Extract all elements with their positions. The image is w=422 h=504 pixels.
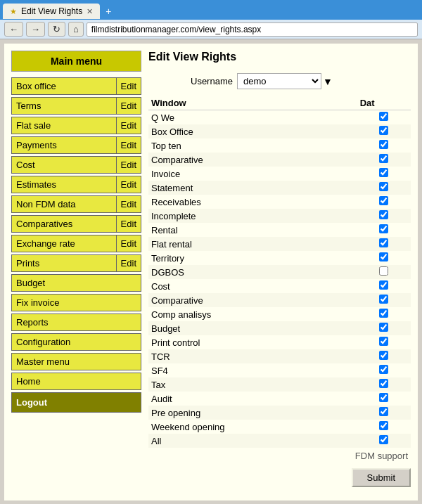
- window-checkbox[interactable]: [379, 295, 388, 304]
- refresh-button[interactable]: ↻: [48, 22, 65, 37]
- tab-close-icon[interactable]: ✕: [87, 7, 93, 16]
- sidebar-item-edit-btn[interactable]: Edit: [117, 136, 141, 154]
- window-name: Rental: [148, 223, 357, 237]
- window-checkbox-cell: [357, 209, 411, 223]
- sidebar-item-label[interactable]: Flat sale: [11, 117, 117, 134]
- sidebar-item-edit-btn[interactable]: Edit: [117, 97, 141, 115]
- submit-row: Submit: [148, 468, 411, 487]
- page-title: Edit View Rights: [148, 51, 411, 63]
- sidebar-item-label[interactable]: Non FDM data: [11, 195, 117, 213]
- window-checkbox[interactable]: [379, 224, 388, 233]
- browser-tab[interactable]: ★ Edit View Rights ✕: [3, 4, 100, 19]
- window-checkbox[interactable]: [379, 210, 388, 219]
- window-checkbox-cell: [357, 363, 411, 377]
- sidebar-item-label[interactable]: Terms: [11, 97, 117, 115]
- submit-button[interactable]: Submit: [352, 468, 411, 487]
- sidebar-item-budget[interactable]: Budget: [11, 274, 141, 292]
- window-checkbox[interactable]: [379, 379, 388, 388]
- window-checkbox[interactable]: [379, 351, 388, 360]
- window-name: Print control: [148, 335, 357, 349]
- window-name: Top ten: [148, 138, 357, 153]
- window-checkbox[interactable]: [379, 154, 388, 163]
- fdm-support-label: FDM support: [148, 451, 411, 461]
- sidebar-item-reports[interactable]: Reports: [11, 314, 141, 331]
- home-button[interactable]: ⌂: [68, 22, 84, 37]
- sidebar-item-configuration[interactable]: Configuration: [11, 333, 141, 351]
- window-checkbox[interactable]: [379, 126, 388, 135]
- table-row: Invoice: [148, 167, 411, 181]
- window-checkbox[interactable]: [379, 435, 388, 444]
- window-checkbox[interactable]: [379, 280, 388, 290]
- table-row: TCR: [148, 349, 411, 363]
- main-content: Edit View Rights Username demo ▼ Window …: [148, 51, 411, 487]
- sidebar-item-edit-btn[interactable]: Edit: [117, 254, 141, 272]
- window-name: Cost: [148, 279, 357, 293]
- window-name: TCR: [148, 349, 357, 363]
- select-arrow-icon: ▼: [323, 76, 333, 87]
- window-checkbox[interactable]: [379, 252, 388, 261]
- sidebar-item-edit-btn[interactable]: Edit: [117, 176, 141, 193]
- sidebar-item-edit-btn[interactable]: Edit: [117, 195, 141, 213]
- window-name: Budget: [148, 321, 357, 335]
- sidebar-item-edit-btn[interactable]: Edit: [117, 235, 141, 252]
- sidebar-item-edit-btn[interactable]: Edit: [117, 117, 141, 134]
- window-name: Comparative: [148, 153, 357, 167]
- sidebar-item-terms: TermsEdit: [11, 97, 141, 115]
- table-row: Audit: [148, 392, 411, 406]
- sidebar-item-label[interactable]: Estimates: [11, 176, 117, 193]
- col-window-header: Window: [148, 96, 357, 110]
- sidebar-edit-items: Box officeEditTermsEditFlat saleEditPaym…: [11, 77, 141, 272]
- forward-button[interactable]: →: [26, 22, 45, 37]
- window-name: Q We: [148, 110, 357, 125]
- window-checkbox-cell: [357, 181, 411, 195]
- window-checkbox[interactable]: [379, 196, 388, 205]
- window-checkbox[interactable]: [379, 168, 388, 177]
- window-checkbox-cell: [357, 167, 411, 181]
- window-checkbox-cell: [357, 377, 411, 392]
- sidebar-item-fix-invoice[interactable]: Fix invoice: [11, 294, 141, 311]
- sidebar-item-edit-btn[interactable]: Edit: [117, 156, 141, 174]
- sidebar-item-home[interactable]: Home: [11, 373, 141, 390]
- sidebar-item-edit-btn[interactable]: Edit: [117, 215, 141, 233]
- window-name: Audit: [148, 392, 357, 406]
- table-row: Box Office: [148, 124, 411, 138]
- window-checkbox[interactable]: [379, 365, 388, 374]
- table-row: Comparative: [148, 293, 411, 307]
- sidebar-item-label[interactable]: Cost: [11, 156, 117, 174]
- window-checkbox[interactable]: [379, 238, 388, 247]
- sidebar-item-label[interactable]: Box office: [11, 77, 117, 95]
- window-checkbox[interactable]: [379, 309, 388, 318]
- sidebar-item-label[interactable]: Exchange rate: [11, 235, 117, 252]
- username-select[interactable]: demo: [237, 73, 321, 89]
- sidebar-item-label[interactable]: Comparatives: [11, 215, 117, 233]
- window-checkbox[interactable]: [379, 407, 388, 416]
- sidebar-item-box-office: Box officeEdit: [11, 77, 141, 95]
- back-button[interactable]: ←: [4, 22, 23, 37]
- sidebar-item-logout[interactable]: Logout: [11, 392, 141, 413]
- table-row: Comp analisys: [148, 307, 411, 321]
- window-checkbox-cell: [357, 335, 411, 349]
- window-checkbox-cell: [357, 138, 411, 153]
- window-checkbox[interactable]: [379, 421, 388, 430]
- address-bar[interactable]: [87, 22, 418, 37]
- window-checkbox[interactable]: [379, 337, 388, 346]
- tab-icon: ★: [10, 7, 17, 16]
- sidebar-item-payments: PaymentsEdit: [11, 136, 141, 154]
- window-checkbox[interactable]: [379, 266, 388, 276]
- sidebar-item-label[interactable]: Prints: [11, 254, 117, 272]
- window-name: Invoice: [148, 167, 357, 181]
- window-checkbox[interactable]: [379, 112, 388, 121]
- window-checkbox[interactable]: [379, 182, 388, 191]
- sidebar-item-edit-btn[interactable]: Edit: [117, 77, 141, 95]
- table-row: Tax: [148, 377, 411, 392]
- sidebar-item-master-menu[interactable]: Master menu: [11, 353, 141, 370]
- window-checkbox[interactable]: [379, 393, 388, 402]
- table-row: Flat rental: [148, 237, 411, 251]
- window-checkbox-cell: [357, 110, 411, 125]
- window-checkbox[interactable]: [379, 140, 388, 149]
- sidebar-item-label[interactable]: Payments: [11, 136, 117, 154]
- new-tab-button[interactable]: +: [100, 3, 117, 20]
- window-checkbox[interactable]: [379, 323, 388, 332]
- table-row: Print control: [148, 335, 411, 349]
- window-checkbox-cell: [357, 321, 411, 335]
